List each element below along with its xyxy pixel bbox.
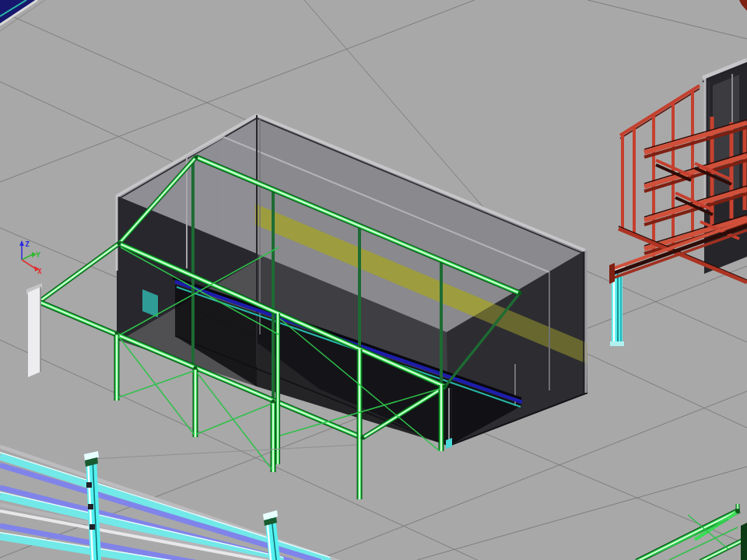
- green-joint: [117, 242, 121, 246]
- axis-label-y: Y: [36, 251, 40, 259]
- viewport-canvas[interactable]: ZYX: [0, 0, 747, 560]
- green-joint: [518, 292, 522, 296]
- white-slab: [28, 287, 40, 377]
- green-joint: [361, 436, 365, 440]
- green-rail-riser: [39, 243, 119, 302]
- cyan-post-joint: [86, 482, 92, 488]
- cyan-column-base: [610, 341, 624, 346]
- grid-line: [587, 0, 747, 39]
- wire-line: [93, 445, 356, 459]
- cyan-post-joint: [89, 524, 95, 530]
- green-joint: [194, 366, 198, 370]
- green-brace: [669, 527, 738, 560]
- axis-label-z: Z: [25, 240, 30, 248]
- green-joint: [115, 331, 119, 335]
- green-joint: [272, 400, 275, 404]
- green-joint: [195, 156, 198, 159]
- topright-red-fragment: [739, 0, 747, 11]
- cyan-post-joint: [88, 504, 93, 509]
- axis-x-line: [22, 260, 35, 268]
- green-brace: [197, 404, 272, 434]
- axis-y-line: [22, 254, 33, 260]
- topright-glass-box-inner: [713, 75, 739, 204]
- axis-label-x: X: [37, 268, 42, 275]
- red-wall-top-rail-shadow: [620, 89, 700, 138]
- red-wall-top-rail: [620, 86, 700, 135]
- axis-z-arrow: [19, 240, 24, 246]
- green-joint: [735, 509, 740, 513]
- viewport-window: ZYX: [0, 0, 747, 560]
- green-corner-edge: [741, 523, 747, 560]
- green-joint: [444, 385, 447, 389]
- red-ibeam-endcap: [609, 263, 615, 284]
- green-brace: [118, 371, 194, 397]
